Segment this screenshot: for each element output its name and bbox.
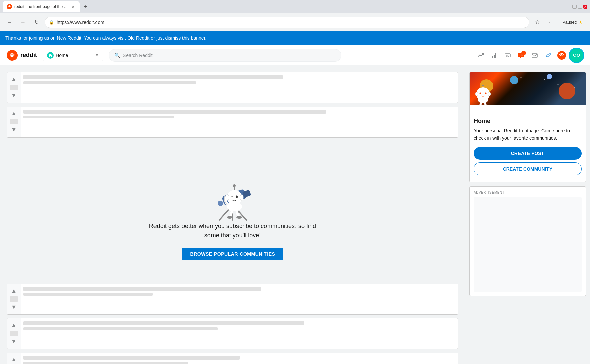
table-row: ▲ ▼ [7,353,458,364]
compose-button[interactable] [543,50,554,61]
chart-button[interactable] [489,50,500,61]
svg-line-41 [237,211,238,217]
svg-point-8 [12,54,13,55]
svg-point-47 [504,86,504,86]
downvote-button[interactable]: ▼ [10,126,18,134]
mail-button[interactable] [529,50,540,61]
svg-point-17 [519,54,520,55]
post-vote-area: ▲ ▼ [7,318,21,349]
upvote-button[interactable]: ▲ [10,75,18,83]
svg-point-39 [240,195,243,200]
new-tab-button[interactable]: + [81,2,90,11]
chevron-down-icon: ▼ [95,53,99,57]
minimize-button[interactable]: — [572,5,577,9]
url-text: https://www.reddit.com [57,20,525,25]
svg-point-42 [227,216,232,219]
home-icon [47,52,54,59]
chat-button[interactable]: 3 [516,50,527,61]
upvote-button[interactable]: ▲ [10,287,18,295]
browser-tab[interactable]: reddit: the front page of the inte ✕ [3,1,80,12]
downvote-button[interactable]: ▼ [10,91,18,99]
reddit-logo-text: reddit [20,52,37,59]
paused-label: Paused [562,20,577,25]
svg-rect-20 [532,54,537,57]
post-content [21,318,458,349]
browse-communities-button[interactable]: BROWSE POPULAR COMMUNITIES [182,248,283,260]
search-placeholder: Search Reddit [123,53,153,58]
reddit-sidebar: Home Your personal Reddit frontpage. Com… [465,65,590,364]
post-content [21,353,458,364]
downvote-button[interactable]: ▼ [10,337,18,345]
star-icon: ★ [579,20,583,25]
accessibility-button[interactable]: CC [502,50,513,61]
upvote-button[interactable]: ▲ [10,321,18,329]
svg-point-4 [8,6,9,7]
upvote-button[interactable]: ▲ [10,110,18,118]
address-bar[interactable]: 🔒 https://www.reddit.com [45,17,529,28]
empty-state: Reddit gets better when you subscribe to… [7,141,458,280]
svg-point-10 [13,54,15,55]
ad-content-area [474,197,582,292]
create-post-button[interactable]: CREATE POST [474,147,582,160]
post-content [21,107,458,137]
user-initials: CO [573,53,580,58]
svg-point-51 [558,84,559,85]
visit-old-reddit-link[interactable]: visit Old Reddit [118,35,149,41]
reddit-logo[interactable]: reddit [7,50,37,61]
lock-icon: 🔒 [49,20,54,25]
svg-point-56 [482,85,484,86]
banner-text: Thanks for joining us on New Reddit! You… [5,35,116,41]
browser-frame: reddit: the front page of the inte ✕ + —… [0,0,590,364]
upvote-button[interactable]: ▲ [10,356,18,364]
svg-point-45 [487,81,488,82]
close-button[interactable]: ✕ [583,5,587,9]
notifications-button[interactable] [556,50,567,61]
svg-point-61 [478,97,488,103]
home-sidebar-card: Home Your personal Reddit frontpage. Com… [469,72,586,182]
svg-point-58 [485,93,487,94]
search-bar[interactable]: 🔍 Search Reddit [109,49,341,62]
post-list: ▲ ▼ ▲ ▼ [7,72,458,364]
browser-titlebar: reddit: the front page of the inte ✕ + —… [0,0,590,13]
create-community-button[interactable]: CREATE COMMUNITY [474,162,582,175]
svg-point-43 [236,216,242,219]
advertisement-card: ADVERTISEMENT [469,186,586,296]
svg-line-62 [480,103,481,105]
paused-button[interactable]: Paused ★ [559,18,586,26]
bookmark-button[interactable]: ☆ [532,17,543,28]
subreddit-selector[interactable]: Home ▼ [43,50,103,61]
downvote-button[interactable]: ▼ [10,303,18,311]
svg-point-60 [488,92,491,96]
back-button[interactable]: ← [4,17,15,28]
svg-point-23 [560,54,561,54]
svg-point-44 [477,75,477,76]
svg-point-48 [521,77,522,78]
infinity-button[interactable]: ∞ [545,17,556,28]
svg-rect-12 [492,56,493,58]
svg-point-37 [236,196,238,198]
banner-middle-text: or just [151,35,164,41]
snoo-icon [474,85,492,105]
post-vote-area: ▲ ▼ [7,107,21,137]
home-label: Home [56,53,93,58]
svg-rect-13 [494,55,495,58]
forward-button[interactable]: → [18,17,28,28]
svg-point-50 [544,79,545,80]
svg-line-63 [485,103,486,105]
sidebar-description: Your personal Reddit frontpage. Come her… [474,127,582,142]
post-content [21,284,458,314]
header-actions: CC 3 [475,49,583,62]
trending-button[interactable] [475,50,486,61]
tab-close-button[interactable]: ✕ [70,4,76,9]
maximize-button[interactable]: □ [578,5,582,9]
svg-point-53 [574,87,575,88]
sidebar-title: Home [474,118,582,125]
empty-state-text: Reddit gets better when you subscribe to… [148,222,317,240]
svg-point-26 [563,54,564,55]
dismiss-banner-link[interactable]: dismiss this banner. [165,35,206,41]
user-avatar-button[interactable]: CO [570,49,583,62]
svg-line-40 [230,211,232,217]
refresh-button[interactable]: ↻ [31,17,42,28]
table-row: ▲ ▼ [7,107,458,138]
svg-point-24 [562,54,563,54]
